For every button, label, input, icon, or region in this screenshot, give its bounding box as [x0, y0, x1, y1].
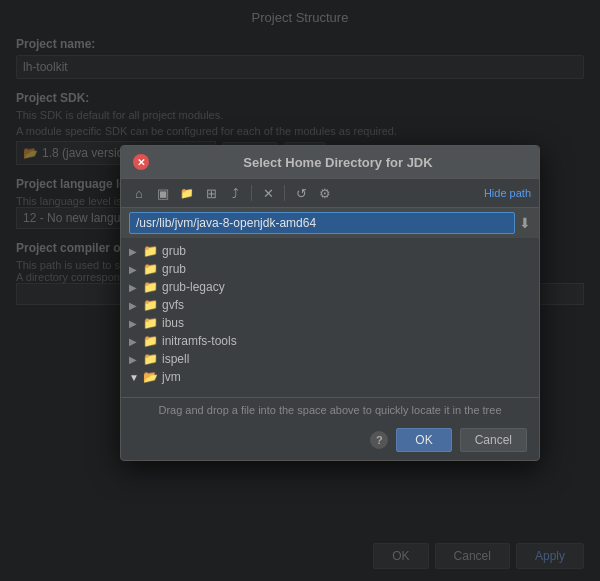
tree-arrow-expanded-icon: ▼ — [129, 372, 143, 383]
modal-footer-row: ? — [370, 428, 388, 452]
tree-arrow-icon: ▶ — [129, 282, 143, 293]
home-icon[interactable]: ⌂ — [129, 183, 149, 203]
folder-icon: 📁 — [143, 316, 158, 330]
tree-item-label: grub-legacy — [162, 280, 225, 294]
settings-icon[interactable]: ⚙ — [315, 183, 335, 203]
tree-item-label: grub — [162, 262, 186, 276]
path-input-row: ⬇ — [121, 208, 539, 238]
modal-title: Select Home Directory for JDK — [149, 155, 527, 170]
toolbar-separator2 — [284, 185, 285, 201]
modal-header: ✕ Select Home Directory for JDK — [121, 146, 539, 179]
tree-item-label: jvm — [162, 370, 181, 384]
folder-icon: 📁 — [143, 280, 158, 294]
tree-arrow-icon: ▶ — [129, 318, 143, 329]
folder-icon: 📁 — [143, 352, 158, 366]
modal-ok-button[interactable]: OK — [396, 428, 451, 452]
tree-item-grub-legacy[interactable]: ▶ 📁 grub-legacy — [121, 278, 539, 296]
path-input[interactable] — [129, 212, 515, 234]
tree-item-label: initramfs-tools — [162, 334, 237, 348]
tree-item-initramfs-tools[interactable]: ▶ 📁 initramfs-tools — [121, 332, 539, 350]
folder-up-icon[interactable]: ⤴ — [225, 183, 245, 203]
folder-icon: 📁 — [143, 244, 158, 258]
folder-icon[interactable]: ⊞ — [201, 183, 221, 203]
tree-item-ispell[interactable]: ▶ 📁 ispell — [121, 350, 539, 368]
tree-item-grub2[interactable]: ▶ 📁 grub — [121, 260, 539, 278]
tree-arrow-icon: ▶ — [129, 354, 143, 365]
modal-close-button[interactable]: ✕ — [133, 154, 149, 170]
modal-cancel-button[interactable]: Cancel — [460, 428, 527, 452]
tree-item-jvm[interactable]: ▼ 📂 jvm — [121, 368, 539, 386]
refresh-icon[interactable]: ↺ — [291, 183, 311, 203]
tree-item-grub1[interactable]: ▶ 📁 grub — [121, 242, 539, 260]
tree-arrow-icon: ▶ — [129, 336, 143, 347]
drag-hint: Drag and drop a file into the space abov… — [121, 398, 539, 420]
tree-item-label: ispell — [162, 352, 189, 366]
hide-path-link[interactable]: Hide path — [484, 187, 531, 199]
tree-arrow-icon: ▶ — [129, 300, 143, 311]
tree-arrow-icon: ▶ — [129, 246, 143, 257]
folder-icon: 📁 — [143, 262, 158, 276]
tree-arrow-icon: ▶ — [129, 264, 143, 275]
tree-item-ibus[interactable]: ▶ 📁 ibus — [121, 314, 539, 332]
folder-open-icon: 📂 — [143, 370, 158, 384]
folder-new-icon[interactable]: 📁 — [177, 183, 197, 203]
tree-item-label: gvfs — [162, 298, 184, 312]
toolbar-separator — [251, 185, 252, 201]
file-tree[interactable]: ▶ 📁 grub ▶ 📁 grub ▶ 📁 grub-legacy ▶ 📁 gv… — [121, 238, 539, 398]
folder-icon: 📁 — [143, 334, 158, 348]
delete-icon[interactable]: ✕ — [258, 183, 278, 203]
help-icon[interactable]: ? — [370, 431, 388, 449]
tree-item-label: grub — [162, 244, 186, 258]
select-jdk-dialog: ✕ Select Home Directory for JDK ⌂ ▣ 📁 ⊞ … — [120, 145, 540, 461]
modal-footer: ? OK Cancel — [121, 420, 539, 460]
download-icon[interactable]: ⬇ — [519, 215, 531, 231]
desktop-icon[interactable]: ▣ — [153, 183, 173, 203]
tree-item-label: ibus — [162, 316, 184, 330]
folder-icon: 📁 — [143, 298, 158, 312]
modal-toolbar: ⌂ ▣ 📁 ⊞ ⤴ ✕ ↺ ⚙ Hide path — [121, 179, 539, 208]
tree-item-gvfs[interactable]: ▶ 📁 gvfs — [121, 296, 539, 314]
